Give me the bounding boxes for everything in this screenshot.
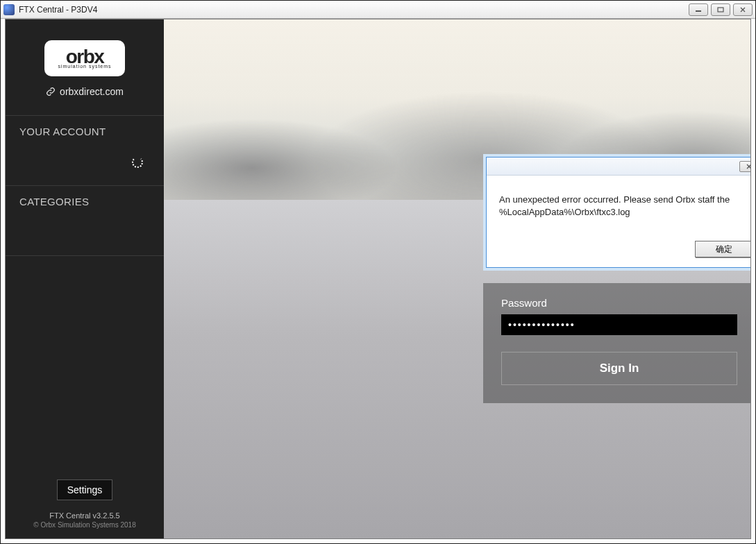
sidebar: orbx simulation systems orbxdirect.com Y… xyxy=(6,19,164,538)
orbxdirect-link[interactable]: orbxdirect.com xyxy=(6,86,164,97)
orbx-logo: orbx simulation systems xyxy=(44,40,125,76)
main-area: Password Sign In An unexpected error occ… xyxy=(164,19,750,538)
link-text: orbxdirect.com xyxy=(60,86,124,97)
logo-sub-text: simulation systems xyxy=(58,64,111,69)
categories-body xyxy=(6,214,164,256)
copyright-text: © Orbx Simulation Systems 2018 xyxy=(6,521,164,529)
error-dialog: An unexpected error occurred. Please sen… xyxy=(486,157,751,268)
app-icon xyxy=(3,4,15,15)
window-title: FTX Central - P3DV4 xyxy=(19,5,97,15)
password-input[interactable] xyxy=(501,314,737,335)
dialog-titlebar[interactable] xyxy=(487,158,751,176)
svg-rect-1 xyxy=(718,8,723,12)
dialog-ok-button[interactable]: 确定 xyxy=(695,241,751,257)
your-account-body xyxy=(6,144,164,186)
login-panel: Password Sign In xyxy=(483,283,751,403)
minimize-button[interactable] xyxy=(689,3,708,16)
app-body: orbx simulation systems orbxdirect.com Y… xyxy=(5,19,751,539)
settings-button[interactable]: Settings xyxy=(57,479,113,500)
password-label: Password xyxy=(501,297,743,309)
svg-rect-0 xyxy=(696,10,701,12)
maximize-button[interactable] xyxy=(711,3,730,16)
link-icon xyxy=(46,87,56,96)
sign-in-button[interactable]: Sign In xyxy=(501,352,737,385)
your-account-header: YOUR ACCOUNT xyxy=(6,115,164,144)
logo-main-text: orbx xyxy=(66,48,104,65)
dialog-message: An unexpected error occurred. Please sen… xyxy=(487,176,751,237)
loading-spinner-icon xyxy=(132,157,143,168)
close-button[interactable] xyxy=(733,3,753,16)
version-text: FTX Central v3.2.5.5 xyxy=(6,511,164,520)
app-window: FTX Central - P3DV4 orbx simulation syst… xyxy=(0,0,756,544)
logo-block: orbx simulation systems orbxdirect.com xyxy=(6,19,164,101)
categories-header: CATEGORIES xyxy=(6,186,164,214)
window-titlebar: FTX Central - P3DV4 xyxy=(1,1,755,19)
sidebar-footer: Settings FTX Central v3.2.5.5 © Orbx Sim… xyxy=(6,479,164,538)
dialog-close-button[interactable] xyxy=(739,161,751,172)
